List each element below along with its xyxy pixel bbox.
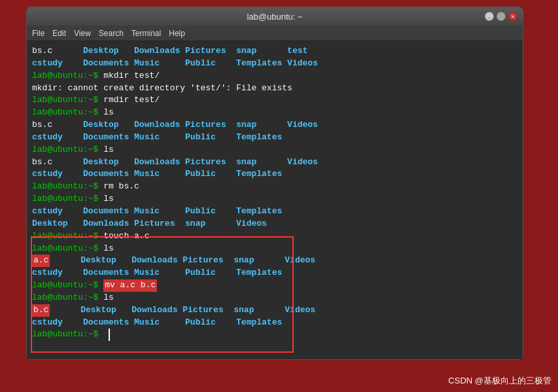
output-line: a.c Desktop Downloads Pictures snap Vide… [32, 255, 517, 267]
output-line: cstudy Documents Music Public Templates [32, 132, 517, 144]
title-bar: lab@ubuntu: ~ _ □ ✕ [27, 7, 523, 26]
output-line: cstudy Documents Music Public Templates [32, 267, 517, 279]
menu-view[interactable]: View [74, 29, 91, 38]
prompt-line: lab@ubuntu:~$ mv a.c b.c [32, 279, 517, 292]
window-controls: _ □ ✕ [485, 12, 517, 21]
prompt-line: lab@ubuntu:~$ rm bs.c [32, 181, 517, 193]
prompt-line: lab@ubuntu:~$ ls [32, 243, 517, 255]
output-line: b.c Desktop Downloads Pictures snap Vide… [32, 304, 517, 317]
minimize-button[interactable]: _ [485, 12, 494, 21]
output-line: cstudy Documents Music Public Templates … [32, 58, 517, 70]
error-line: mkdir: cannot create directory 'test/': … [32, 82, 517, 95]
output-line: bs.c Desktop Downloads Pictures snap Vid… [32, 119, 517, 132]
prompt-line: lab@ubuntu:~$ rmdir test/ [32, 94, 517, 107]
output-line: bs.c Desktop Downloads Pictures snap tes… [32, 45, 517, 58]
watermark: CSDN @基极向上的三极管 [448, 375, 551, 387]
menu-help[interactable]: Help [169, 29, 185, 38]
prompt-line: lab@ubuntu:~$ ls [32, 292, 517, 304]
terminal-window: lab@ubuntu: ~ _ □ ✕ File Edit View Searc… [26, 7, 523, 360]
output-line: cstudy Documents Music Public Templates [32, 205, 517, 218]
menu-edit[interactable]: Edit [52, 29, 66, 38]
menu-search[interactable]: Search [99, 29, 124, 38]
menu-terminal[interactable]: Terminal [131, 29, 161, 38]
prompt-line: lab@ubuntu:~$ touch a.c [32, 230, 517, 243]
prompt-line: lab@ubuntu:~$ ls [32, 193, 517, 205]
terminal-body[interactable]: bs.c Desktop Downloads Pictures snap tes… [27, 41, 523, 359]
prompt-line: lab@ubuntu:~$ ls [32, 107, 517, 119]
close-button[interactable]: ✕ [508, 12, 517, 21]
prompt-line: lab@ubuntu:~$ ls [32, 144, 517, 156]
prompt-line: lab@ubuntu:~$ [32, 329, 517, 341]
prompt-line: lab@ubuntu:~$ mkdir test/ [32, 70, 517, 82]
output-line: bs.c Desktop Downloads Pictures snap Vid… [32, 156, 517, 169]
menu-file[interactable]: File [32, 29, 44, 38]
output-line: cstudy Documents Music Public Templates [32, 168, 517, 181]
window-title: lab@ubuntu: ~ [247, 12, 302, 22]
output-line: cstudy Documents Music Public Templates [32, 317, 517, 329]
output-line: Desktop Downloads Pictures snap Videos [32, 218, 517, 230]
maximize-button[interactable]: □ [497, 12, 506, 21]
menu-bar: File Edit View Search Terminal Help [27, 26, 523, 41]
